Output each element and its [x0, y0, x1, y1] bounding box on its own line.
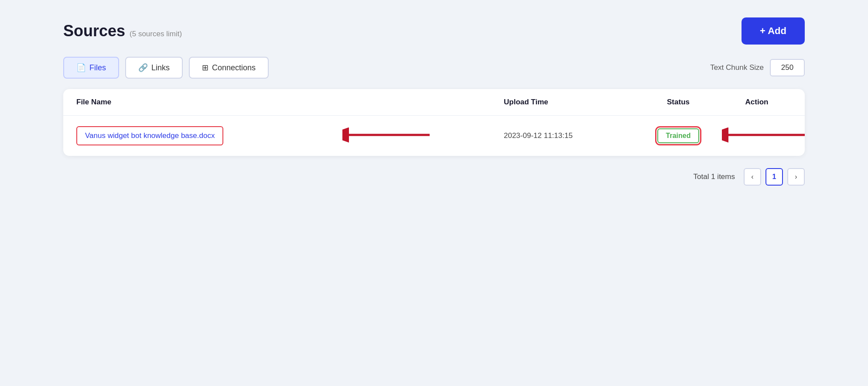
pagination-info: Total 1 items: [694, 172, 735, 181]
file-name-link[interactable]: Vanus widget bot knowledge base.docx: [76, 126, 223, 145]
tab-links-label: Links: [151, 63, 170, 72]
add-button[interactable]: + Add: [742, 17, 805, 45]
col-upload-time: Upload Time: [504, 98, 635, 107]
pagination-prev[interactable]: ‹: [744, 168, 761, 186]
chunk-size-group: Text Chunk Size: [710, 59, 805, 76]
tab-connections[interactable]: ⊞ Connections: [189, 57, 269, 79]
table-row: Vanus widget bot knowledge base.docx 202…: [63, 116, 805, 156]
col-filename: File Name: [76, 98, 504, 107]
tab-connections-label: Connections: [212, 63, 256, 72]
tab-links[interactable]: 🔗 Links: [125, 57, 183, 79]
status-cell: Trained: [635, 128, 722, 143]
table-row-wrapper: Vanus widget bot knowledge base.docx 202…: [63, 116, 805, 156]
upload-time-cell: 2023-09-12 11:13:15: [504, 131, 635, 140]
col-action: Action: [722, 98, 792, 107]
chunk-size-input[interactable]: [770, 59, 805, 76]
page-title: Sources: [63, 22, 125, 40]
title-group: Sources (5 sources limit): [63, 22, 182, 40]
tab-files[interactable]: 📄 Files: [63, 57, 119, 79]
tabs-group: 📄 Files 🔗 Links ⊞ Connections: [63, 57, 269, 79]
pagination-next[interactable]: ›: [787, 168, 805, 186]
table-header: File Name Upload Time Status Action: [63, 89, 805, 116]
tab-row: 📄 Files 🔗 Links ⊞ Connections Text Chunk…: [63, 57, 805, 79]
sources-limit: (5 sources limit): [130, 30, 182, 38]
files-table: File Name Upload Time Status Action: [63, 89, 805, 156]
tab-files-label: Files: [89, 63, 106, 72]
link-icon: 🔗: [138, 63, 148, 72]
chunk-size-label: Text Chunk Size: [710, 63, 764, 72]
file-name-cell: Vanus widget bot knowledge base.docx: [76, 126, 504, 145]
header-row: Sources (5 sources limit) + Add: [63, 17, 805, 45]
col-status: Status: [635, 98, 722, 107]
pagination-row: Total 1 items ‹ 1 ›: [63, 168, 805, 186]
file-icon: 📄: [76, 63, 86, 72]
pagination-page-1[interactable]: 1: [765, 168, 783, 186]
grid-icon: ⊞: [202, 63, 208, 72]
status-badge: Trained: [657, 128, 700, 143]
page-container: Sources (5 sources limit) + Add 📄 Files …: [63, 17, 805, 186]
